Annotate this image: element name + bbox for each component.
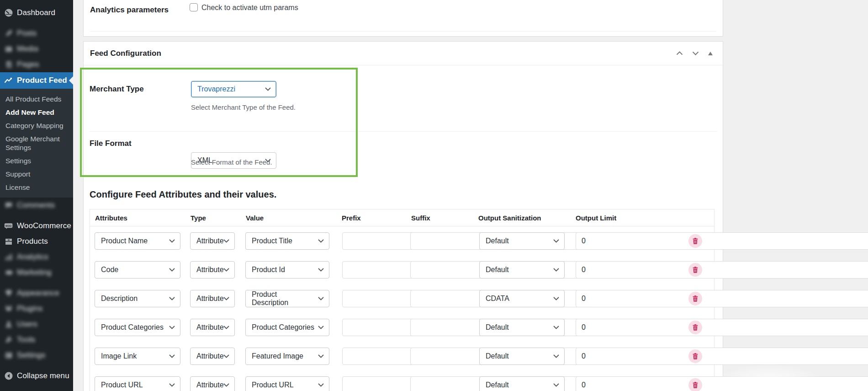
attribute-select[interactable]: Product Categories [95, 319, 180, 336]
type-select[interactable]: Attribute [190, 290, 235, 307]
sidebar-item-marketing[interactable]: Marketing [0, 265, 73, 280]
value-select-value: Product Categories [252, 323, 314, 332]
value-select[interactable]: Product Categories [245, 319, 329, 336]
feed-attribute-row: DescriptionAttributeProduct DescriptionC… [90, 284, 714, 313]
delete-row-button[interactable] [688, 234, 702, 248]
move-down-icon[interactable] [691, 50, 700, 56]
merchant-type-label: Merchant Type [90, 85, 144, 94]
chevron-down-icon [318, 354, 324, 358]
move-up-icon[interactable] [675, 50, 684, 56]
table-header-row: AttributesTypeValuePrefixSuffixOutput Sa… [90, 209, 714, 226]
chevron-down-icon [553, 326, 559, 329]
sidebar-subitem-category-mapping[interactable]: Category Mapping [0, 119, 73, 132]
sanitization-select[interactable]: Default [479, 376, 565, 391]
merchant-type-select[interactable]: Trovaprezzi [191, 81, 276, 97]
sidebar-item-tools[interactable]: Tools [0, 332, 73, 348]
sidebar-item-media[interactable]: Media [0, 41, 73, 57]
attribute-select[interactable]: Product URL [95, 376, 180, 391]
type-select-value: Attribute [196, 266, 224, 274]
attribute-select-value: Image Link [101, 352, 137, 360]
output-limit-input[interactable] [576, 376, 868, 391]
column-header-output-limit: Output Limit [576, 214, 616, 222]
attribute-select[interactable]: Description [95, 290, 180, 307]
value-select[interactable]: Product Description [245, 290, 329, 307]
delete-row-button[interactable] [688, 292, 702, 305]
delete-row-button[interactable] [688, 349, 702, 363]
feed-attribute-row: Product NameAttributeProduct TitleDefaul… [90, 226, 714, 255]
chevron-down-icon [169, 268, 175, 272]
sanitization-select[interactable]: Default [479, 319, 565, 336]
trash-icon [692, 324, 699, 331]
delete-row-button[interactable] [688, 378, 702, 391]
sidebar-item-label: Products [17, 237, 48, 246]
chevron-down-icon [223, 297, 229, 300]
file-format-label: File Format [90, 139, 132, 148]
type-select[interactable]: Attribute [190, 376, 235, 391]
type-select[interactable]: Attribute [190, 319, 235, 336]
sidebar-item-settings[interactable]: Settings [0, 348, 73, 363]
output-limit-input[interactable] [576, 319, 868, 336]
wp-admin-page: DashboardPostsMediaPagesProduct FeedAll … [0, 0, 868, 391]
chevron-down-icon [169, 239, 175, 243]
sidebar-item-label: Pages [17, 60, 39, 69]
output-limit-input[interactable] [576, 261, 868, 279]
chevron-down-icon [265, 87, 271, 91]
utm-params-checkbox[interactable] [190, 3, 198, 11]
chevron-down-icon [223, 383, 229, 387]
trash-icon [692, 381, 699, 389]
sidebar-item-label: Product Feed [17, 76, 67, 85]
sidebar-item-comments[interactable]: Comments [0, 198, 73, 213]
type-select[interactable]: Attribute [190, 261, 235, 279]
sidebar-item-dashboard[interactable]: Dashboard [0, 5, 73, 21]
tools-icon [4, 335, 13, 344]
sidebar-item-posts[interactable]: Posts [0, 26, 73, 41]
sidebar-item-pages[interactable]: Pages [0, 57, 73, 72]
attribute-select[interactable]: Product Name [95, 232, 180, 250]
attribute-select[interactable]: Image Link [95, 348, 180, 365]
feed-attribute-row: CodeAttributeProduct IdDefault [90, 255, 714, 284]
value-select-value: Product Id [252, 266, 285, 274]
sanitization-select[interactable]: Default [479, 232, 565, 250]
value-select[interactable]: Product URL [245, 376, 329, 391]
sanitization-select[interactable]: CDATA [479, 290, 565, 307]
attribute-select[interactable]: Code [95, 261, 180, 279]
sidebar-item-products[interactable]: Products [0, 234, 73, 249]
sidebar-item-analytics[interactable]: Analytics [0, 249, 73, 265]
sanitization-select[interactable]: Default [479, 348, 565, 365]
output-limit-input[interactable] [576, 232, 868, 250]
value-select[interactable]: Product Title [245, 232, 329, 250]
output-limit-input[interactable] [576, 290, 868, 307]
sidebar-item-product-feed[interactable]: Product Feed [0, 72, 73, 89]
chevron-down-icon [169, 354, 175, 358]
value-select[interactable]: Featured Image [245, 348, 329, 365]
sidebar-item-collapse-menu[interactable]: Collapse menu [0, 368, 73, 384]
sidebar-subitem-license[interactable]: License [0, 181, 73, 194]
analytics-icon [4, 252, 13, 262]
chevron-down-icon [318, 326, 324, 329]
sidebar-item-woocommerce[interactable]: WOOWooCommerce [0, 218, 73, 234]
dashboard-icon [4, 8, 13, 17]
delete-row-button[interactable] [688, 321, 702, 334]
value-select[interactable]: Product Id [245, 261, 329, 279]
sidebar-item-users[interactable]: Users [0, 316, 73, 332]
sidebar-subitem-google-merchant-settings[interactable]: Google Merchant Settings [0, 132, 73, 154]
sidebar-subitem-support[interactable]: Support [0, 167, 73, 181]
value-select-value: Product Description [252, 290, 314, 307]
sidebar-item-label: Tools [17, 335, 35, 344]
sidebar-subitem-settings[interactable]: Settings [0, 154, 73, 167]
sidebar-subitem-all-product-feeds[interactable]: All Product Feeds [0, 92, 73, 106]
sidebar-item-label: Dashboard [17, 8, 55, 17]
sanitization-select-value: Default [486, 323, 509, 332]
utm-params-checkbox-label[interactable]: Check to activate utm params [201, 4, 298, 12]
output-limit-input[interactable] [576, 348, 868, 365]
sidebar-item-plugins[interactable]: Plugins [0, 301, 73, 316]
sidebar-subitem-add-new-feed[interactable]: Add New Feed [0, 106, 73, 119]
value-select-value: Product URL [252, 381, 294, 389]
sanitization-select[interactable]: Default [479, 261, 565, 279]
sidebar-item-appearance[interactable]: Appearance [0, 285, 73, 301]
delete-row-button[interactable] [688, 263, 702, 277]
toggle-panel-icon[interactable] [707, 51, 714, 56]
chevron-down-icon [318, 268, 324, 272]
type-select[interactable]: Attribute [190, 232, 235, 250]
type-select[interactable]: Attribute [190, 348, 235, 365]
